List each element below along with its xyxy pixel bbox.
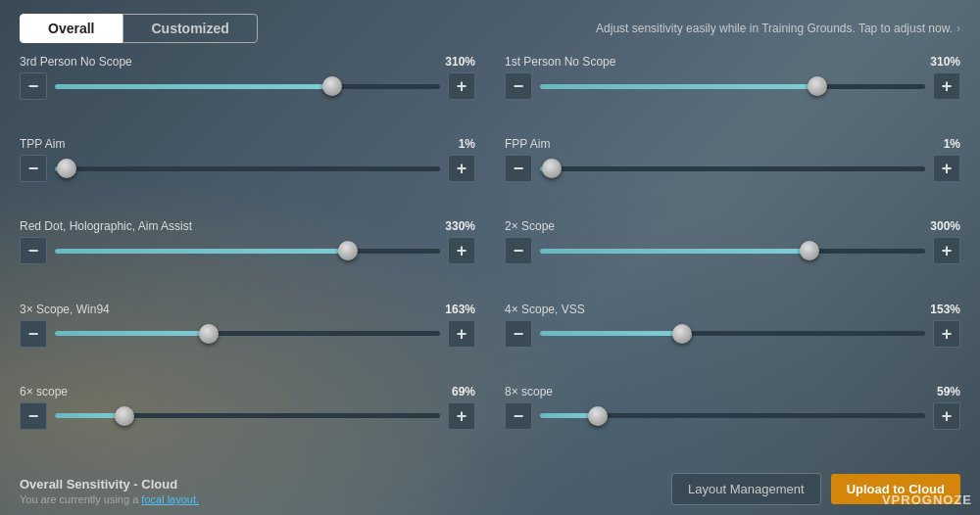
- slider-plus-8x-scope[interactable]: +: [933, 402, 960, 430]
- slider-label-row-tpp-aim: TPP Aim 1%: [20, 137, 475, 151]
- slider-controls-8x-scope: − +: [505, 402, 960, 430]
- slider-minus-8x-scope[interactable]: −: [505, 402, 532, 430]
- slider-minus-fpp-aim[interactable]: −: [505, 155, 532, 182]
- slider-minus-2x-scope[interactable]: −: [505, 237, 532, 264]
- slider-controls-3rd-person-no-scope: − +: [20, 72, 475, 100]
- training-hint[interactable]: Adjust sensitivity easily while in Train…: [596, 22, 960, 35]
- slider-track-fpp-aim: [540, 166, 925, 171]
- slider-track-wrap-8x-scope[interactable]: [540, 402, 925, 430]
- slider-section-8x-scope: 8× scope 59% − +: [505, 385, 960, 459]
- slider-track-red-dot: [55, 249, 440, 254]
- slider-value-8x-scope: 59%: [937, 385, 960, 398]
- slider-label-row-6x-scope: 6× scope 69%: [20, 385, 475, 398]
- slider-label-row-3rd-person-no-scope: 3rd Person No Scope 310%: [20, 55, 475, 69]
- slider-fill-red-dot: [55, 249, 348, 254]
- slider-section-red-dot: Red Dot, Holographic, Aim Assist 330% − …: [20, 219, 475, 294]
- slider-plus-6x-scope[interactable]: +: [448, 402, 475, 430]
- slider-controls-3x-scope: − +: [20, 320, 475, 348]
- training-hint-text: Adjust sensitivity easily while in Train…: [596, 22, 953, 35]
- slider-track-wrap-2x-scope[interactable]: [540, 237, 925, 264]
- slider-minus-3rd-person-no-scope[interactable]: −: [20, 72, 47, 100]
- slider-plus-2x-scope[interactable]: +: [933, 237, 960, 264]
- slider-fill-2x-scope: [540, 249, 809, 254]
- tab-overall[interactable]: Overall: [20, 14, 122, 43]
- slider-label-row-8x-scope: 8× scope 59%: [505, 385, 960, 398]
- tab-customized[interactable]: Customized: [122, 14, 257, 43]
- slider-controls-2x-scope: − +: [505, 237, 960, 264]
- slider-track-wrap-fpp-aim[interactable]: [540, 155, 925, 182]
- slider-section-6x-scope: 6× scope 69% − +: [20, 385, 475, 459]
- slider-track-wrap-6x-scope[interactable]: [55, 402, 440, 430]
- slider-section-3rd-person-no-scope: 3rd Person No Scope 310% − +: [20, 55, 475, 129]
- slider-value-3rd-person-no-scope: 310%: [445, 55, 475, 69]
- slider-thumb-fpp-aim[interactable]: [542, 159, 562, 178]
- slider-section-tpp-aim: TPP Aim 1% − +: [20, 137, 475, 211]
- slider-thumb-3x-scope[interactable]: [199, 324, 219, 344]
- slider-fill-4x-scope-vss: [540, 331, 682, 336]
- slider-controls-1st-person-no-scope: − +: [505, 72, 960, 100]
- slider-plus-4x-scope-vss[interactable]: +: [933, 320, 960, 348]
- slider-label-8x-scope: 8× scope: [505, 385, 553, 398]
- slider-minus-1st-person-no-scope[interactable]: −: [505, 72, 532, 100]
- slider-minus-3x-scope[interactable]: −: [20, 320, 47, 348]
- slider-plus-red-dot[interactable]: +: [448, 237, 475, 264]
- slider-thumb-8x-scope[interactable]: [588, 406, 608, 426]
- slider-minus-tpp-aim[interactable]: −: [20, 155, 47, 182]
- slider-track-4x-scope-vss: [540, 331, 925, 336]
- slider-label-row-2x-scope: 2× Scope 300%: [505, 219, 960, 233]
- slider-track-wrap-red-dot[interactable]: [55, 237, 440, 264]
- slider-thumb-red-dot[interactable]: [338, 241, 358, 260]
- slider-thumb-3rd-person-no-scope[interactable]: [322, 76, 342, 96]
- footer-info: Overall Sensitivity - Cloud You are curr…: [20, 477, 199, 505]
- slider-track-wrap-4x-scope-vss[interactable]: [540, 320, 925, 348]
- watermark: VPROGNOZE: [882, 492, 972, 507]
- slider-label-row-fpp-aim: FPP Aim 1%: [505, 137, 960, 151]
- slider-track-1st-person-no-scope: [540, 84, 925, 89]
- slider-thumb-1st-person-no-scope[interactable]: [808, 76, 827, 96]
- slider-track-3rd-person-no-scope: [55, 84, 440, 89]
- slider-plus-fpp-aim[interactable]: +: [933, 155, 960, 182]
- slider-track-tpp-aim: [55, 166, 440, 171]
- slider-label-row-red-dot: Red Dot, Holographic, Aim Assist 330%: [20, 219, 475, 233]
- slider-controls-fpp-aim: − +: [505, 155, 960, 182]
- slider-thumb-tpp-aim[interactable]: [57, 159, 76, 178]
- slider-plus-1st-person-no-scope[interactable]: +: [933, 72, 960, 100]
- slider-track-3x-scope: [55, 331, 440, 336]
- slider-label-row-3x-scope: 3× Scope, Win94 163%: [20, 303, 475, 316]
- slider-controls-tpp-aim: − +: [20, 155, 475, 182]
- slider-value-1st-person-no-scope: 310%: [930, 55, 960, 69]
- tab-group: Overall Customized: [20, 14, 258, 43]
- slider-plus-3rd-person-no-scope[interactable]: +: [448, 72, 475, 100]
- slider-track-wrap-1st-person-no-scope[interactable]: [540, 72, 925, 100]
- slider-section-3x-scope: 3× Scope, Win94 163% − +: [20, 303, 475, 377]
- slider-label-row-1st-person-no-scope: 1st Person No Scope 310%: [505, 55, 960, 69]
- slider-minus-red-dot[interactable]: −: [20, 237, 47, 264]
- slider-controls-red-dot: − +: [20, 237, 475, 264]
- slider-thumb-4x-scope-vss[interactable]: [672, 324, 692, 344]
- footer-link[interactable]: focal layout.: [141, 493, 199, 505]
- slider-value-fpp-aim: 1%: [944, 137, 960, 151]
- slider-track-wrap-3x-scope[interactable]: [55, 320, 440, 348]
- footer-subtitle-text: You are currently using a: [20, 493, 138, 505]
- slider-thumb-6x-scope[interactable]: [115, 406, 134, 426]
- slider-track-6x-scope: [55, 413, 440, 418]
- slider-label-3rd-person-no-scope: 3rd Person No Scope: [20, 55, 132, 69]
- layout-management-button[interactable]: Layout Management: [671, 473, 821, 505]
- slider-value-3x-scope: 163%: [445, 303, 475, 316]
- slider-track-wrap-tpp-aim[interactable]: [55, 155, 440, 182]
- slider-label-fpp-aim: FPP Aim: [505, 137, 550, 151]
- slider-value-6x-scope: 69%: [452, 385, 475, 398]
- slider-section-2x-scope: 2× Scope 300% − +: [505, 219, 960, 294]
- slider-minus-6x-scope[interactable]: −: [20, 402, 47, 430]
- slider-label-tpp-aim: TPP Aim: [20, 137, 65, 151]
- slider-thumb-2x-scope[interactable]: [800, 241, 819, 260]
- slider-track-2x-scope: [540, 249, 925, 254]
- slider-plus-tpp-aim[interactable]: +: [448, 155, 475, 182]
- footer: Overall Sensitivity - Cloud You are curr…: [20, 467, 960, 505]
- slider-plus-3x-scope[interactable]: +: [448, 320, 475, 348]
- slider-label-red-dot: Red Dot, Holographic, Aim Assist: [20, 219, 192, 233]
- slider-track-wrap-3rd-person-no-scope[interactable]: [55, 72, 440, 100]
- slider-label-3x-scope: 3× Scope, Win94: [20, 303, 110, 316]
- footer-subtitle: You are currently using a focal layout.: [20, 493, 199, 505]
- slider-minus-4x-scope-vss[interactable]: −: [505, 320, 532, 348]
